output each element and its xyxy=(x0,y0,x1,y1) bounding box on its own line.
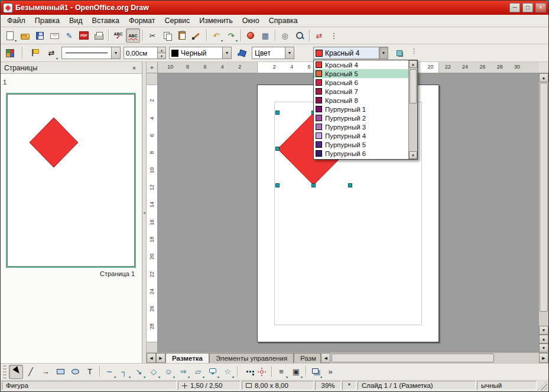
spellcheck-button[interactable]: ABC xyxy=(111,28,125,43)
status-zoom[interactable]: 39% xyxy=(315,381,341,390)
fill-style-button[interactable] xyxy=(235,46,249,60)
symbol-shapes-button[interactable]: ☺▾ xyxy=(161,365,176,379)
line-button[interactable]: ╱ xyxy=(24,365,38,379)
horizontal-scrollbar[interactable]: ◀ ▶ xyxy=(321,353,548,363)
alignment-button[interactable]: ≡▾ xyxy=(274,365,288,379)
chevron-down-icon[interactable]: ▾ xyxy=(111,47,120,59)
menu-item[interactable]: Вид xyxy=(64,15,87,27)
color-option[interactable]: Красный 7 xyxy=(314,87,408,96)
selection-handle[interactable] xyxy=(311,183,316,187)
more-tools-button[interactable]: » xyxy=(323,365,337,379)
color-option[interactable]: Красный 5 xyxy=(314,69,408,78)
vertical-ruler[interactable]: 246810121416182022242628 xyxy=(147,73,158,352)
close-icon[interactable]: × xyxy=(130,64,138,72)
basic-shapes-button[interactable]: ◇▾ xyxy=(147,365,161,379)
selection-handle[interactable] xyxy=(275,147,280,151)
menu-item[interactable]: Формат xyxy=(124,15,160,27)
tab-scroll-right-icon[interactable]: ▶ xyxy=(156,353,165,363)
arrow-style-button[interactable]: ⇄▾ xyxy=(44,46,59,60)
menu-item[interactable]: Вставка xyxy=(87,15,124,27)
format-paintbrush-button[interactable] xyxy=(190,28,204,43)
minimize-button[interactable]: ─ xyxy=(509,3,520,12)
lines-arrows-button[interactable]: ↘▾ xyxy=(132,365,146,379)
spin-up-icon[interactable]: ▴ xyxy=(158,47,165,53)
vertical-scrollbar[interactable]: ▲ ▼ ▲ ▼ xyxy=(539,73,548,352)
color-bar-button[interactable] xyxy=(3,46,17,60)
tab-scroll-left-icon[interactable]: ◀ xyxy=(147,353,156,363)
maximize-button[interactable]: □ xyxy=(522,3,533,12)
vertical-scroll-track[interactable] xyxy=(539,82,548,326)
menu-item[interactable]: Сервис xyxy=(160,15,194,27)
color-option[interactable]: Пурпурный 1 xyxy=(314,105,408,114)
select-button[interactable] xyxy=(9,365,23,379)
color-option[interactable]: Пурпурный 4 xyxy=(314,131,408,140)
auto-spellcheck-button[interactable]: ABC xyxy=(126,28,140,43)
layer-tab[interactable]: Разметка xyxy=(165,353,209,363)
spin-down-icon[interactable]: ▾ xyxy=(158,53,165,59)
fill-type-select[interactable]: Цвет ▾ xyxy=(252,47,294,59)
edit-file-button[interactable]: ✎ xyxy=(62,28,76,43)
line-width-input[interactable] xyxy=(124,47,157,59)
scroll-down-icon[interactable]: ▼ xyxy=(409,151,417,159)
scroll-up-icon[interactable]: ▲ xyxy=(539,73,548,82)
text-button[interactable]: T xyxy=(83,365,97,379)
scroll-right-icon[interactable]: ▶ xyxy=(539,353,548,363)
chevron-down-icon[interactable]: ▾ xyxy=(222,47,231,59)
paste-button[interactable] xyxy=(175,28,189,43)
menu-item[interactable]: Справка xyxy=(264,15,303,27)
fill-color-select[interactable]: Красный 4 ▾ xyxy=(313,47,388,59)
rectangle-button[interactable] xyxy=(53,365,67,379)
color-option[interactable]: Красный 8 xyxy=(314,96,408,105)
flowchart-button[interactable]: ▱▾ xyxy=(191,365,205,379)
gallery-button[interactable]: ▦ xyxy=(258,28,272,43)
menu-item[interactable]: Окно xyxy=(238,15,264,27)
curve-button[interactable]: ∼▾ xyxy=(102,365,116,379)
open-button[interactable] xyxy=(18,28,32,43)
line-style-select[interactable]: ▾ xyxy=(61,47,121,59)
color-option[interactable]: Пурпурный 5 xyxy=(314,140,408,149)
scroll-down-icon[interactable]: ▼ xyxy=(539,326,548,335)
chevron-down-icon[interactable]: ▾ xyxy=(285,47,294,59)
color-option[interactable]: Пурпурный 6 xyxy=(314,149,408,158)
next-page-icon[interactable]: ▼ xyxy=(539,344,548,352)
callouts-button[interactable]: ▾ xyxy=(206,365,220,379)
titlebar[interactable]: Безымянный1 - OpenOffice.org Draw ─ □ × xyxy=(1,1,548,15)
color-option[interactable]: Красный 6 xyxy=(314,78,408,87)
menu-item[interactable]: Изменить xyxy=(194,15,237,27)
save-button[interactable] xyxy=(33,28,47,43)
edit-points-button[interactable] xyxy=(240,365,254,379)
toolbar-options-button[interactable]: ⋮ xyxy=(327,28,341,43)
redo-button[interactable]: ↷▾ xyxy=(224,28,238,43)
layer-tab[interactable]: Разм xyxy=(294,353,321,363)
line-color-select[interactable]: Черный ▾ xyxy=(169,47,232,59)
shadow-button[interactable] xyxy=(392,46,407,60)
selection-handle[interactable] xyxy=(275,183,280,187)
arrow-button[interactable]: → xyxy=(38,365,53,379)
ruler-origin-button[interactable]: + xyxy=(147,62,158,73)
scroll-left-icon[interactable]: ◀ xyxy=(321,353,330,363)
ellipse-button[interactable] xyxy=(68,365,82,379)
connector-button[interactable]: ┐▾ xyxy=(117,365,131,379)
print-button[interactable] xyxy=(92,28,106,43)
menu-item[interactable]: Файл xyxy=(2,15,30,27)
dropdown-scroll-track[interactable] xyxy=(409,68,417,151)
undo-button[interactable]: ↶▾ xyxy=(209,28,223,43)
scroll-up-icon[interactable]: ▲ xyxy=(409,60,417,68)
color-option[interactable]: Красный 4 xyxy=(314,60,408,69)
page-thumbnail[interactable] xyxy=(7,94,135,267)
horizontal-scroll-track[interactable] xyxy=(330,353,539,363)
stars-button[interactable]: ☆▾ xyxy=(220,365,235,379)
navigator-button[interactable]: ◎ xyxy=(278,28,292,43)
toolbar-grip[interactable] xyxy=(3,364,7,380)
insert-button[interactable]: ▾ xyxy=(308,365,323,379)
scroll-thumb[interactable] xyxy=(410,69,417,103)
scroll-thumb[interactable] xyxy=(540,83,548,312)
new-document-button[interactable]: ▾ xyxy=(3,28,17,43)
dropdown-scrollbar[interactable]: ▲ ▼ xyxy=(408,60,417,159)
document-as-email-button[interactable] xyxy=(47,28,61,43)
block-arrows-button[interactable]: ⇒▾ xyxy=(176,365,190,379)
color-option[interactable]: Пурпурный 3 xyxy=(314,122,408,131)
reload-button[interactable]: ⇄ xyxy=(312,28,326,43)
copy-button[interactable] xyxy=(160,28,174,43)
layer-tab[interactable]: Элементы управления xyxy=(209,353,294,363)
